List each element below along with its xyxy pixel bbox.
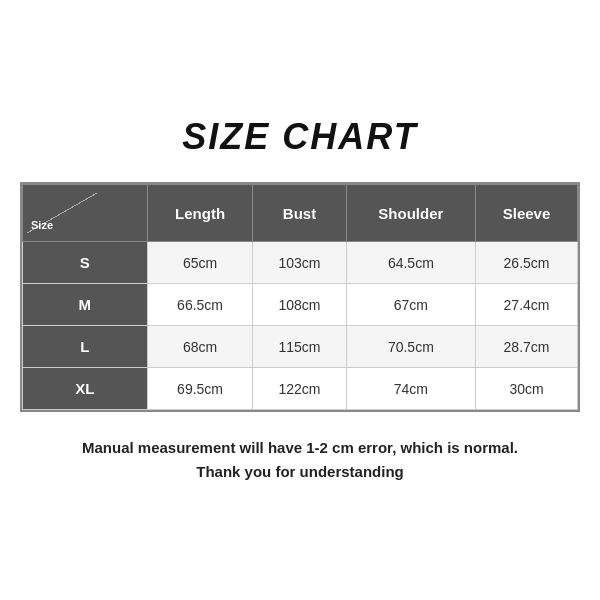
cell-shoulder: 74cm — [346, 368, 475, 410]
size-chart-table-wrapper: Size Length Bust Shoulder Sleeve S65cm10… — [20, 182, 580, 412]
col-header-sleeve: Sleeve — [476, 185, 578, 242]
cell-sleeve: 27.4cm — [476, 284, 578, 326]
cell-shoulder: 70.5cm — [346, 326, 475, 368]
table-row: M66.5cm108cm67cm27.4cm — [23, 284, 578, 326]
size-chart-table: Size Length Bust Shoulder Sleeve S65cm10… — [22, 184, 578, 410]
page-container: SIZE CHART Size Length Bust Shoulder Sle… — [20, 116, 580, 484]
cell-size: L — [23, 326, 148, 368]
col-header-shoulder: Shoulder — [346, 185, 475, 242]
cell-length: 66.5cm — [147, 284, 253, 326]
cell-sleeve: 26.5cm — [476, 242, 578, 284]
footer-note: Manual measurement will have 1-2 cm erro… — [60, 436, 540, 484]
col-header-bust: Bust — [253, 185, 346, 242]
table-row: S65cm103cm64.5cm26.5cm — [23, 242, 578, 284]
cell-sleeve: 30cm — [476, 368, 578, 410]
cell-length: 65cm — [147, 242, 253, 284]
cell-shoulder: 64.5cm — [346, 242, 475, 284]
col-header-size: Size — [23, 185, 148, 242]
cell-size: XL — [23, 368, 148, 410]
cell-size: M — [23, 284, 148, 326]
cell-size: S — [23, 242, 148, 284]
table-row: XL69.5cm122cm74cm30cm — [23, 368, 578, 410]
cell-sleeve: 28.7cm — [476, 326, 578, 368]
cell-shoulder: 67cm — [346, 284, 475, 326]
cell-bust: 103cm — [253, 242, 346, 284]
cell-length: 69.5cm — [147, 368, 253, 410]
cell-bust: 108cm — [253, 284, 346, 326]
diagonal-top-label — [82, 195, 93, 210]
cell-bust: 122cm — [253, 368, 346, 410]
page-title: SIZE CHART — [182, 116, 417, 158]
col-header-length: Length — [147, 185, 253, 242]
cell-bust: 115cm — [253, 326, 346, 368]
cell-length: 68cm — [147, 326, 253, 368]
table-row: L68cm115cm70.5cm28.7cm — [23, 326, 578, 368]
diagonal-bottom-label: Size — [31, 219, 53, 231]
